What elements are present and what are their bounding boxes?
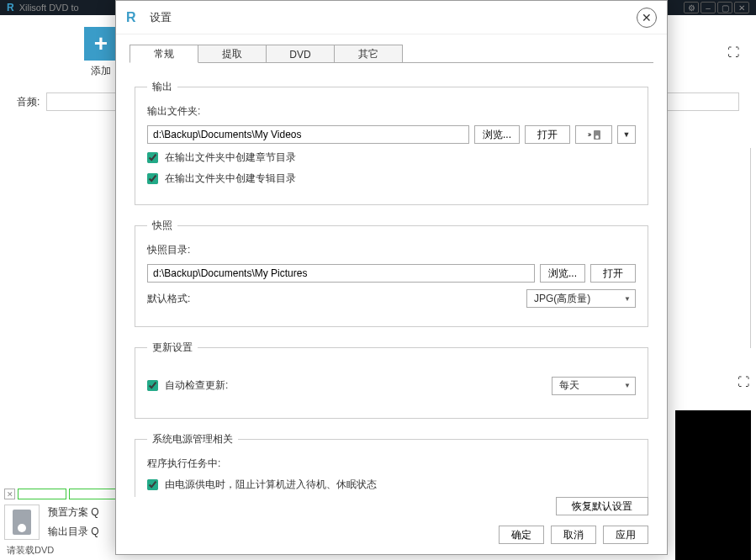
app-title: Xilisoft DVD to	[19, 3, 79, 13]
plus-icon: +	[84, 27, 118, 61]
ac-power-check[interactable]	[147, 479, 158, 490]
output-open-button[interactable]: 打开	[525, 125, 570, 144]
tab-extract[interactable]: 提取	[198, 45, 267, 63]
bottom-panel: 预置方案 Q 输出目录 Q	[4, 505, 99, 540]
device-ipod-icon	[4, 505, 40, 540]
dialog-logo-icon: R	[126, 10, 141, 25]
ok-button[interactable]: 确定	[499, 526, 544, 544]
dialog-close-icon[interactable]: ✕	[637, 8, 657, 28]
thumbnail[interactable]	[69, 489, 118, 499]
tab-bar: 常规 提取 DVD 其它	[130, 45, 653, 63]
maximize-icon[interactable]: ▢	[717, 2, 732, 13]
thumbnail[interactable]	[18, 489, 66, 499]
expand-icon[interactable]: ⛶	[737, 375, 749, 388]
snapshot-format-select[interactable]: JPG(高质量)	[526, 289, 636, 308]
audio-label: 音频:	[17, 95, 40, 109]
snapshot-folder-input[interactable]	[147, 264, 535, 283]
snapshot-folder-label: 快照目录:	[147, 243, 636, 257]
ipod-small-icon	[594, 130, 600, 140]
fullscreen-icon[interactable]: ⛶	[727, 45, 739, 59]
auto-update-check[interactable]	[147, 380, 158, 391]
update-group: 更新设置 自动检查更新: 每天	[135, 341, 648, 419]
ac-power-checkbox[interactable]: 由电源供电时，阻止计算机进入待机、休眠状态	[147, 478, 636, 492]
snapshot-group: 快照 快照目录: 浏览... 打开 默认格式: JPG(高质量)	[135, 219, 648, 327]
minimize-icon[interactable]: –	[700, 2, 716, 13]
tab-general[interactable]: 常规	[130, 45, 198, 63]
update-legend: 更新设置	[147, 341, 198, 355]
device-dropdown-icon[interactable]: ▼	[617, 125, 636, 144]
snapshot-browse-button[interactable]: 浏览...	[540, 264, 585, 283]
app-logo-icon: R	[7, 2, 14, 13]
restore-defaults-button[interactable]: 恢复默认设置	[556, 497, 648, 515]
output-group: 输出 输出文件夹: 浏览... 打开 ››› ▼ 在输出文件夹中创建章节目录 在…	[135, 80, 648, 205]
power-running-label: 程序执行任务中:	[147, 457, 636, 471]
device-shortcut-button[interactable]: ›››	[575, 125, 612, 144]
output-legend: 输出	[147, 80, 177, 94]
dialog-title: 设置	[150, 10, 172, 25]
output-browse-button[interactable]: 浏览...	[474, 125, 520, 144]
chevrons-icon: ›››	[588, 130, 590, 139]
cancel-button[interactable]: 取消	[551, 526, 596, 544]
power-group: 系统电源管理相关 程序执行任务中: 由电源供电时，阻止计算机进入待机、休眠状态 …	[135, 432, 648, 497]
add-button[interactable]: + 添加	[84, 27, 118, 78]
chapter-dir-checkbox[interactable]: 在输出文件夹中创建章节目录	[147, 151, 636, 165]
close-thumb-icon[interactable]: ✕	[4, 489, 15, 499]
add-label: 添加	[91, 64, 111, 78]
chapter-dir-check[interactable]	[147, 152, 158, 163]
close-app-icon[interactable]: ✕	[734, 2, 749, 13]
tab-dvd[interactable]: DVD	[266, 45, 335, 63]
snapshot-legend: 快照	[147, 219, 177, 233]
preview-pane	[675, 410, 751, 560]
power-legend: 系统电源管理相关	[147, 432, 238, 446]
album-dir-checkbox[interactable]: 在输出文件夹中创建专辑目录	[147, 172, 636, 186]
album-dir-check[interactable]	[147, 173, 158, 184]
tab-other[interactable]: 其它	[334, 45, 403, 63]
settings-dialog: R 设置 ✕ 常规 提取 DVD 其它 输出 输出文件夹: 浏览... 打开 ›…	[115, 0, 668, 555]
output-folder-input[interactable]	[147, 125, 469, 144]
apply-button[interactable]: 应用	[603, 526, 648, 544]
output-folder-label: 输出文件夹:	[147, 104, 636, 119]
preset-label: 预置方案 Q	[48, 505, 99, 520]
snapshot-format-label: 默认格式:	[147, 292, 190, 306]
auto-update-checkbox[interactable]: 自动检查更新:	[147, 378, 228, 393]
snapshot-open-button[interactable]: 打开	[590, 264, 636, 283]
thumbnail-strip: ✕	[4, 489, 118, 499]
dialog-body: 输出 输出文件夹: 浏览... 打开 ››› ▼ 在输出文件夹中创建章节目录 在…	[116, 63, 667, 497]
output-dir-label: 输出目录 Q	[48, 525, 99, 539]
settings-icon[interactable]: ⚙	[684, 2, 699, 13]
right-panel: ⛶	[679, 148, 751, 348]
status-bar: 请装载DVD	[7, 544, 54, 557]
update-freq-select[interactable]: 每天	[552, 377, 636, 395]
dialog-titlebar: R 设置 ✕	[116, 1, 667, 34]
